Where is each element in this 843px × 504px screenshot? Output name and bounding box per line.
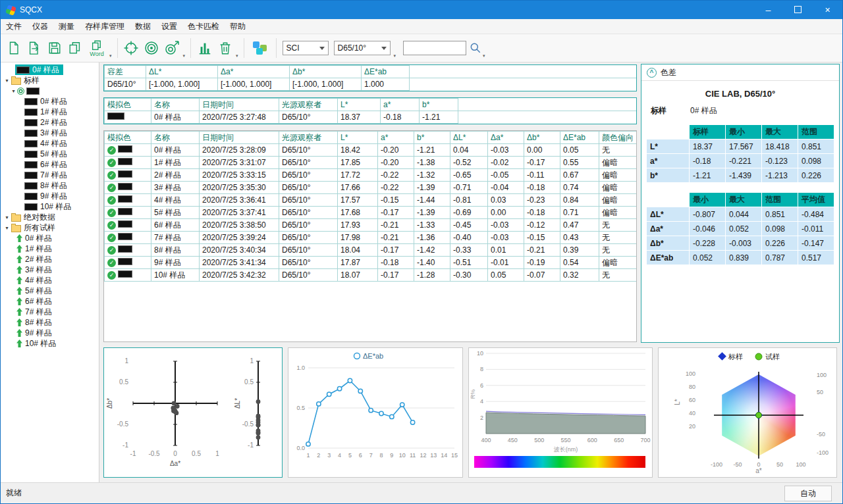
search-input[interactable] (403, 41, 466, 55)
menu-item-5[interactable]: 设置 (156, 19, 182, 34)
delete-button[interactable] (215, 36, 234, 60)
menu-item-2[interactable]: 测量 (53, 19, 80, 34)
tree-item-standard-6[interactable]: 6# 样品 (2, 159, 99, 170)
pass-check-icon: ✓ (107, 209, 116, 217)
menu-item-3[interactable]: 存样库管理 (80, 19, 130, 34)
svg-text:-0.5: -0.5 (117, 420, 129, 428)
pass-check-icon: ✓ (107, 259, 116, 267)
tree-item-standard-9[interactable]: 9# 样品 (2, 191, 99, 201)
export-button[interactable] (24, 36, 43, 60)
toolbar-overflow-icon[interactable]: ▾ (183, 53, 186, 59)
search-icon[interactable] (469, 41, 482, 55)
tree-item-trial-4[interactable]: 4# 样品 (2, 275, 99, 286)
tree-item-standard-8[interactable]: 8# 样品 (2, 180, 99, 191)
tree-item-current-sample[interactable]: 0# 样品 (15, 64, 63, 75)
color-swatch (107, 113, 124, 120)
color-swatch (24, 193, 38, 200)
tree-item-standard-3[interactable]: 3# 样品 (2, 128, 99, 138)
maximize-button[interactable] (783, 1, 813, 19)
color-swatch (24, 109, 38, 116)
tree-folder-absolute-data[interactable]: ▾绝对数据 (2, 212, 99, 222)
minimize-button[interactable]: – (753, 1, 783, 19)
tree-item-trial-7[interactable]: 7# 样品 (2, 307, 99, 317)
sample-row-3[interactable]: ✓3# 样品2020/7/25 3:35:30D65/10°17.66-0.22… (105, 182, 638, 194)
sample-col-header: Δa* (488, 132, 524, 144)
tree-item-trial-9[interactable]: 9# 样品 (2, 328, 99, 338)
standard-col-header: L* (338, 99, 381, 111)
chart-colorwheel: 标样试样10080604020L*-100-50050100a*10050-50… (658, 347, 837, 478)
sample-row-6[interactable]: ✓6# 样品2020/7/25 3:38:50D65/10°17.93-0.21… (105, 219, 638, 232)
tree-item-trial-0[interactable]: 0# 样品 (2, 233, 99, 243)
menu-item-7[interactable]: 帮助 (225, 19, 251, 34)
tree-node-standard[interactable]: ▾ (2, 86, 99, 96)
up-arrow-icon (16, 276, 22, 284)
tree-item-trial-2[interactable]: 2# 样品 (2, 254, 99, 265)
tree-item-standard-10[interactable]: 10# 样品 (2, 201, 99, 212)
tree-item-trial-1[interactable]: 1# 样品 (2, 243, 99, 254)
status-bar: 就绪 自动 (1, 482, 842, 503)
sci-select[interactable]: SCI (283, 41, 329, 55)
up-arrow-icon (16, 266, 22, 274)
toolbar-overflow-icon[interactable]: ▾ (394, 53, 396, 59)
tree-folder-all-trials[interactable]: ▾所有试样 (2, 222, 99, 233)
expander-icon[interactable]: ▾ (10, 88, 17, 94)
svg-text:1.0: 1.0 (296, 365, 305, 371)
sample-row-0[interactable]: ✓0# 样品2020/7/25 3:28:09D65/10°18.42-0.20… (105, 144, 638, 157)
tree-item-standard-4[interactable]: 4# 样品 (2, 138, 99, 149)
tree-item-trial-10[interactable]: 10# 样品 (2, 338, 99, 349)
measure-button[interactable] (163, 36, 182, 60)
svg-text:100: 100 (796, 461, 805, 468)
illuminant-select-value: D65/10° (338, 43, 377, 53)
sample-row-8[interactable]: ✓8# 样品2020/7/25 3:40:34D65/10°18.04-0.17… (105, 244, 638, 257)
sample-row-10[interactable]: ✓10# 样品2020/7/25 3:42:32D65/10°18.07-0.1… (105, 269, 638, 282)
calibrate-target-button[interactable] (122, 36, 141, 60)
svg-text:4: 4 (338, 452, 341, 459)
tree-item-trial-5[interactable]: 5# 样品 (2, 286, 99, 296)
color-match-button[interactable] (248, 36, 272, 60)
tree-item-trial-3[interactable]: 3# 样品 (2, 265, 99, 275)
save-button[interactable] (45, 36, 64, 60)
tree-folder-standards[interactable]: ▾标样 (2, 75, 99, 86)
chevron-down-icon (381, 47, 387, 50)
sample-row-7[interactable]: ✓7# 样品2020/7/25 3:39:24D65/10°17.98-0.21… (105, 232, 638, 244)
expander-icon[interactable]: ▾ (3, 78, 11, 84)
menu-item-1[interactable]: 仪器 (27, 19, 53, 34)
chart-button[interactable] (195, 36, 214, 60)
sample-row-9[interactable]: ✓9# 样品2020/7/25 3:41:34D65/10°17.87-0.18… (105, 257, 638, 269)
export-icon (27, 41, 41, 55)
copy-button[interactable] (65, 36, 84, 60)
expander-icon[interactable]: ▾ (3, 214, 11, 220)
svg-text:0.5: 0.5 (192, 450, 201, 457)
tree-item-standard-7[interactable]: 7# 样品 (2, 170, 99, 180)
copy-to-word-button[interactable]: Word (86, 36, 108, 60)
expander-icon[interactable]: ▾ (3, 225, 11, 231)
close-button[interactable]: × (813, 1, 842, 19)
sample-table-wrap: 模拟色名称日期时间光源观察者L*a*b*ΔL*Δa*Δb*ΔE*ab颜色偏向✓0… (103, 130, 637, 342)
standard-col-header: 光源观察者 (279, 99, 338, 111)
toolbar-overflow-icon[interactable]: ▾ (236, 53, 238, 59)
sample-row-2[interactable]: ✓2# 样品2020/7/25 3:33:15D65/10°17.72-0.22… (105, 169, 638, 182)
sample-row-5[interactable]: ✓5# 样品2020/7/25 3:37:41D65/10°17.68-0.17… (105, 207, 638, 219)
standard-row[interactable]: 0# 样品2020/7/25 3:27:48D65/10°18.37-0.18-… (105, 111, 637, 124)
tree-item-standard-0[interactable]: 0# 样品 (2, 96, 99, 107)
auto-mode-indicator[interactable]: 自动 (784, 486, 832, 501)
sample-row-1[interactable]: ✓1# 样品2020/7/25 3:31:07D65/10°17.85-0.20… (105, 157, 638, 169)
tree-item-standard-5[interactable]: 5# 样品 (2, 149, 99, 159)
calibrate-rings-button[interactable] (142, 36, 161, 60)
collapse-chevron-icon[interactable]: ^ (647, 68, 657, 78)
new-document-button[interactable] (4, 36, 23, 60)
tree-item-trial-6[interactable]: 6# 样品 (2, 296, 99, 307)
menu-item-6[interactable]: 色卡匹检 (182, 19, 225, 34)
tolerance-row[interactable]: D65/10°[-1.000, 1.000][-1.000, 1.000][-1… (105, 78, 637, 91)
tree-item-standard-1[interactable]: 1# 样品 (2, 107, 99, 117)
sample-row-4[interactable]: ✓4# 样品2020/7/25 3:36:41D65/10°17.57-0.15… (105, 194, 638, 207)
menu-item-0[interactable]: 文件 (1, 19, 27, 34)
menu-item-4[interactable]: 数据 (130, 19, 156, 34)
svg-text:4: 4 (480, 398, 483, 405)
illuminant-select[interactable]: D65/10° (334, 41, 391, 55)
tree-item-standard-2[interactable]: 2# 样品 (2, 117, 99, 128)
toolbar-overflow-icon[interactable]: ▾ (483, 53, 485, 59)
tree-item-trial-8[interactable]: 8# 样品 (2, 317, 99, 328)
toolbar-overflow-icon[interactable]: ▾ (109, 53, 112, 59)
up-arrow-icon (16, 245, 22, 253)
